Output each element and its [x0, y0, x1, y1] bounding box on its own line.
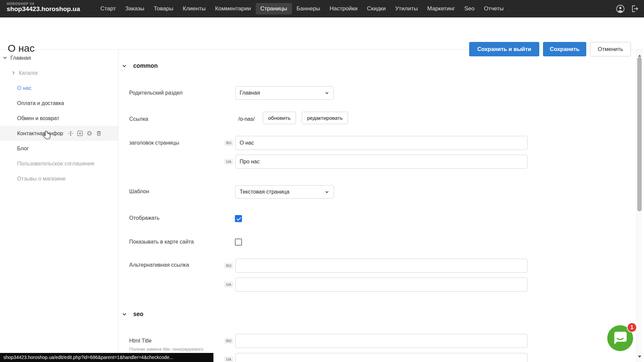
tree-item-label: Каталог [19, 70, 38, 76]
display-checkbox[interactable] [235, 215, 242, 222]
status-url: shop34423.horoshop.ua/edit/edit.php?id=6… [0, 353, 213, 362]
sitemap-checkbox[interactable] [235, 239, 242, 246]
tree-item-label: Контактная инфор [17, 131, 63, 137]
tree-item-actions [67, 130, 102, 137]
tree-item-label: Отзывы о магазине [17, 176, 66, 182]
logout-icon[interactable] [630, 4, 639, 13]
lang-badge-ua: UA [224, 356, 233, 362]
tree-item-0[interactable]: Главная [0, 50, 118, 65]
nav-item-8[interactable]: Скидки [362, 3, 390, 14]
nav-item-9[interactable]: Утилиты [391, 3, 423, 14]
chevron-down-icon [122, 63, 127, 68]
html-title-ru-input[interactable] [235, 334, 528, 348]
tree-item-label: Главная [10, 55, 31, 61]
tree-item-5[interactable]: Контактная инфор [0, 126, 118, 141]
page-title-ua-input[interactable] [235, 155, 528, 169]
tree-item-label: Обмен и возврат [17, 115, 59, 121]
brand-domain: shop34423.horoshop.ua [7, 6, 80, 13]
section-common-header[interactable]: common [122, 62, 158, 69]
html-title-label: Html Title [129, 338, 152, 344]
settings-icon[interactable] [86, 130, 93, 137]
scrollbar[interactable] [636, 50, 642, 362]
page-title-ru-input[interactable] [235, 136, 528, 150]
scrollbar-thumb[interactable] [637, 57, 642, 211]
chat-bubble-icon [606, 348, 634, 353]
nav-item-6[interactable]: Баннеры [292, 3, 325, 14]
save-and-exit-button[interactable]: Сохранить и выйти [469, 42, 539, 56]
lang-badge-ru: RU [224, 140, 233, 146]
parent-section-select[interactable]: Главная [235, 86, 334, 100]
page-title-field-label: заголовок страницы [129, 140, 179, 146]
section-seo-header[interactable]: seo [122, 311, 143, 318]
cancel-button[interactable]: Отменить [590, 42, 631, 56]
tree-item-2[interactable]: О нас [0, 81, 118, 96]
section-seo-title: seo [133, 311, 143, 318]
chat-unread-badge: 1 [627, 322, 637, 332]
alt-link-ua-input[interactable] [235, 277, 528, 292]
nav-item-10[interactable]: Маркетинг [423, 3, 460, 14]
topbar: HOROSHOP V4 shop34423.horoshop.ua СтартЗ… [0, 0, 644, 17]
tree-item-6[interactable]: Блог [0, 141, 118, 156]
alt-link-ru-input[interactable] [235, 259, 528, 273]
page: HOROSHOP V4 shop34423.horoshop.ua СтартЗ… [0, 0, 644, 362]
topbar-menu: СтартЗаказыТоварыКлиентыКомментарииСтран… [96, 0, 508, 17]
page-tree: ГлавнаяКаталогО насОплата и доставкаОбме… [0, 50, 118, 362]
chevron-down-icon[interactable] [3, 55, 8, 60]
chat-widget[interactable]: 1 [606, 324, 634, 352]
tree-item-8[interactable]: Отзывы о магазине [0, 171, 118, 186]
tree-item-label: Пользовательское соглашение [17, 161, 94, 167]
nav-item-1[interactable]: Заказы [120, 3, 149, 14]
tree-item-1[interactable]: Каталог [0, 65, 118, 81]
link-path: /o-nas/ [238, 116, 255, 122]
nav-item-11[interactable]: Seo [460, 3, 479, 14]
add-icon[interactable] [77, 130, 83, 137]
scroll-down-icon[interactable] [638, 353, 641, 359]
tree-item-3[interactable]: Оплата и доставка [0, 96, 118, 111]
nav-item-0[interactable]: Старт [96, 3, 120, 14]
chevron-down-icon [325, 91, 330, 96]
delete-icon[interactable] [96, 130, 102, 137]
nav-item-7[interactable]: Настройки [325, 3, 362, 14]
topbar-icons [616, 0, 639, 17]
tree-item-4[interactable]: Обмен и возврат [0, 111, 118, 126]
link-edit-button[interactable]: редактировать [302, 112, 348, 124]
template-label: Шаблон [129, 189, 149, 195]
nav-item-2[interactable]: Товары [149, 3, 178, 14]
template-select[interactable]: Текстовая страница [235, 185, 334, 199]
link-label: Ссылка [129, 116, 148, 122]
account-icon[interactable] [616, 4, 625, 13]
lang-badge-ua: UA [224, 281, 233, 288]
section-common-title: common [133, 62, 158, 69]
lang-badge-ua: UA [224, 159, 233, 165]
nav-item-12[interactable]: Отчеты [479, 3, 508, 14]
parent-section-label: Родительский раздел [129, 90, 183, 96]
chevron-down-icon [122, 312, 127, 317]
brand[interactable]: HOROSHOP V4 shop34423.horoshop.ua [7, 2, 80, 13]
template-value: Текстовая страница [240, 189, 289, 195]
nav-item-3[interactable]: Клиенты [178, 3, 210, 14]
nav-item-5[interactable]: Страницы [256, 3, 292, 14]
chevron-right-icon[interactable] [11, 70, 16, 75]
tree-item-label: Блог [17, 146, 29, 152]
display-label: Отображать [129, 215, 159, 221]
html-title-ua-input[interactable] [235, 353, 528, 362]
lang-badge-ru: RU [224, 338, 233, 344]
lang-badge-ru: RU [224, 263, 233, 269]
html-title-hint: Полная замена title, генерируемого [129, 347, 203, 352]
move-icon[interactable] [67, 130, 74, 137]
parent-section-value: Главная [240, 90, 260, 96]
alt-link-label: Альтернативная ссылка [129, 262, 189, 268]
save-button[interactable]: Сохранить [543, 42, 586, 56]
page-header: О нас Сохранить и выйти Сохранить Отмени… [0, 17, 644, 50]
sitemap-label: Показывать в карте сайта [129, 239, 194, 245]
tree-item-label: О нас [17, 85, 32, 91]
link-refresh-button[interactable]: обновить [263, 112, 296, 124]
tree-item-label: Оплата и доставка [17, 100, 64, 106]
nav-item-4[interactable]: Комментарии [210, 3, 256, 14]
tree-item-7[interactable]: Пользовательское соглашение [0, 156, 118, 171]
chevron-down-icon [325, 190, 330, 195]
